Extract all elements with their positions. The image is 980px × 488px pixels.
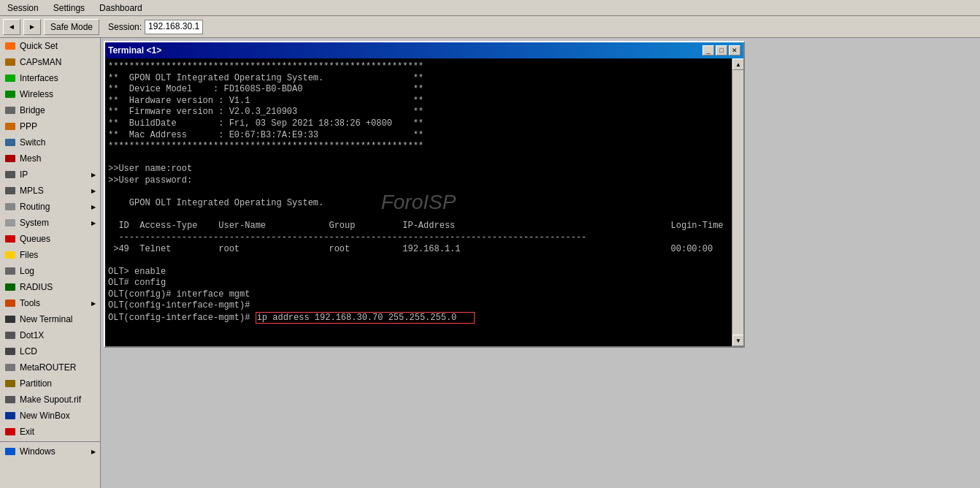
sidebar: Quick SetCAPsMANInterfacesWirelessBridge… xyxy=(0,38,101,488)
terminal-scrollbar: ▲ ▼ xyxy=(732,58,743,346)
scroll-down-button[interactable]: ▼ xyxy=(732,335,743,346)
main-area: Quick SetCAPsMANInterfacesWirelessBridge… xyxy=(0,38,980,488)
sidebar-item-new-winbox[interactable]: New WinBox xyxy=(0,408,100,424)
capsman-icon xyxy=(4,56,16,68)
ip-arrow-icon: ▶ xyxy=(91,172,96,178)
mpls-icon xyxy=(4,185,16,197)
sidebar-item-log[interactable]: Log xyxy=(0,263,100,279)
safe-mode-button[interactable]: Safe Mode xyxy=(44,19,99,35)
sidebar-item-label-new-winbox: New WinBox xyxy=(20,411,96,421)
terminal-titlebar: Terminal <1> _ □ ✕ xyxy=(105,42,743,58)
menu-dashboard[interactable]: Dashboard xyxy=(95,1,147,15)
menu-settings[interactable]: Settings xyxy=(49,1,89,15)
sidebar-item-dot1x[interactable]: Dot1X xyxy=(0,327,100,343)
sidebar-item-label-radius: RADIUS xyxy=(20,282,96,292)
sidebar-item-label-switch: Switch xyxy=(20,137,96,148)
switch-icon xyxy=(4,137,16,148)
winbox-icon xyxy=(4,410,16,422)
terminal-input-line: OLT(config-interface-mgmt)# xyxy=(108,313,475,323)
radius-icon xyxy=(4,281,16,293)
tools-arrow-icon: ▶ xyxy=(91,300,96,307)
sidebar-item-quick-set[interactable]: Quick Set xyxy=(0,38,100,54)
scroll-up-button[interactable]: ▲ xyxy=(732,58,743,70)
mpls-arrow-icon: ▶ xyxy=(91,188,96,194)
sidebar-item-bridge[interactable]: Bridge xyxy=(0,102,100,118)
terminal-body[interactable]: ****************************************… xyxy=(105,58,732,346)
sidebar-item-label-wireless: Wireless xyxy=(20,89,96,99)
sidebar-item-exit[interactable]: Exit xyxy=(0,424,100,440)
session-value: 192.168.30.1 xyxy=(145,20,203,34)
sidebar-item-label-metarouter: MetaROUTER xyxy=(20,362,96,373)
sidebar-item-new-terminal[interactable]: New Terminal xyxy=(0,311,100,327)
sidebar-item-label-mesh: Mesh xyxy=(20,153,96,164)
sidebar-item-tools[interactable]: Tools▶ xyxy=(0,295,100,311)
sidebar-item-metarouter[interactable]: MetaROUTER xyxy=(0,359,100,375)
sidebar-item-label-system: System xyxy=(20,218,96,228)
quickset-icon xyxy=(4,40,16,52)
back-button[interactable]: ◄ xyxy=(3,19,20,35)
interfaces-icon xyxy=(4,72,16,84)
sidebar-item-partition[interactable]: Partition xyxy=(0,375,100,392)
log-icon xyxy=(4,265,16,277)
sidebar-item-mpls[interactable]: MPLS▶ xyxy=(0,183,100,199)
terminal-maximize-button[interactable]: □ xyxy=(716,45,727,56)
sidebar-item-label-dot1x: Dot1X xyxy=(20,330,96,340)
system-arrow-icon: ▶ xyxy=(91,220,96,226)
menu-session[interactable]: Session xyxy=(3,1,43,15)
ppp-icon xyxy=(4,121,16,132)
sidebar-item-label-mpls: MPLS xyxy=(20,186,96,196)
partition-icon xyxy=(4,378,16,389)
sidebar-item-label-ppp: PPP xyxy=(20,121,96,131)
sidebar-item-radius[interactable]: RADIUS xyxy=(0,279,100,295)
sidebar-item-label-lcd: LCD xyxy=(20,346,96,357)
sidebar-item-label-windows: Windows xyxy=(20,446,96,457)
system-icon xyxy=(4,217,16,229)
sidebar-item-queues[interactable]: Queues xyxy=(0,231,100,247)
sidebar-item-mesh[interactable]: Mesh xyxy=(0,150,100,167)
sidebar-item-switch[interactable]: Switch xyxy=(0,134,100,150)
windows-arrow-icon: ▶ xyxy=(91,449,96,455)
menu-bar: Session Settings Dashboard xyxy=(0,0,980,16)
forward-button[interactable]: ► xyxy=(23,19,41,35)
terminal-controls: _ □ ✕ xyxy=(703,45,740,56)
sidebar-item-wireless[interactable]: Wireless xyxy=(0,86,100,102)
sidebar-item-files[interactable]: Files xyxy=(0,247,100,263)
sidebar-item-ip[interactable]: IP▶ xyxy=(0,167,100,183)
lcd-icon xyxy=(4,346,16,357)
sidebar-item-interfaces[interactable]: Interfaces xyxy=(0,70,100,86)
windows-icon xyxy=(4,446,16,457)
sidebar-item-label-interfaces: Interfaces xyxy=(20,73,96,83)
dot1x-icon xyxy=(4,329,16,341)
sidebar-item-lcd[interactable]: LCD xyxy=(0,343,100,359)
sidebar-item-label-ip: IP xyxy=(20,169,96,180)
terminal-icon xyxy=(4,313,16,325)
sidebar-item-label-tools: Tools xyxy=(20,298,96,308)
sidebar-item-label-bridge: Bridge xyxy=(20,105,96,115)
sidebar-item-label-new-terminal: New Terminal xyxy=(20,314,96,324)
sidebar-item-ppp[interactable]: PPP xyxy=(0,118,100,134)
sidebar-item-windows[interactable]: Windows▶ xyxy=(0,443,100,460)
sidebar-item-label-capsman: CAPsMAN xyxy=(20,57,96,67)
ip-icon xyxy=(4,169,16,180)
sidebar-item-label-quick-set: Quick Set xyxy=(20,41,96,51)
sidebar-item-label-routing: Routing xyxy=(20,202,96,212)
routing-icon xyxy=(4,201,16,213)
terminal-close-button[interactable]: ✕ xyxy=(729,45,740,56)
terminal-title: Terminal <1> xyxy=(108,45,161,56)
sidebar-item-capsman[interactable]: CAPsMAN xyxy=(0,54,100,70)
sidebar-item-make-supout[interactable]: Make Supout.rif xyxy=(0,392,100,408)
sidebar-item-system[interactable]: System▶ xyxy=(0,215,100,231)
terminal-input[interactable] xyxy=(256,312,475,324)
toolbar: ◄ ► Safe Mode Session: 192.168.30.1 xyxy=(0,16,980,38)
mesh-icon xyxy=(4,153,16,164)
sidebar-item-routing[interactable]: Routing▶ xyxy=(0,199,100,215)
wireless-icon xyxy=(4,88,16,100)
terminal-minimize-button[interactable]: _ xyxy=(703,45,714,56)
queues-icon xyxy=(4,233,16,245)
scroll-track[interactable] xyxy=(732,70,743,335)
routing-arrow-icon: ▶ xyxy=(91,204,96,210)
bridge-icon xyxy=(4,104,16,116)
sidebar-item-label-make-supout: Make Supout.rif xyxy=(20,394,96,405)
sidebar-divider xyxy=(0,441,100,442)
sidebar-item-label-queues: Queues xyxy=(20,234,96,244)
